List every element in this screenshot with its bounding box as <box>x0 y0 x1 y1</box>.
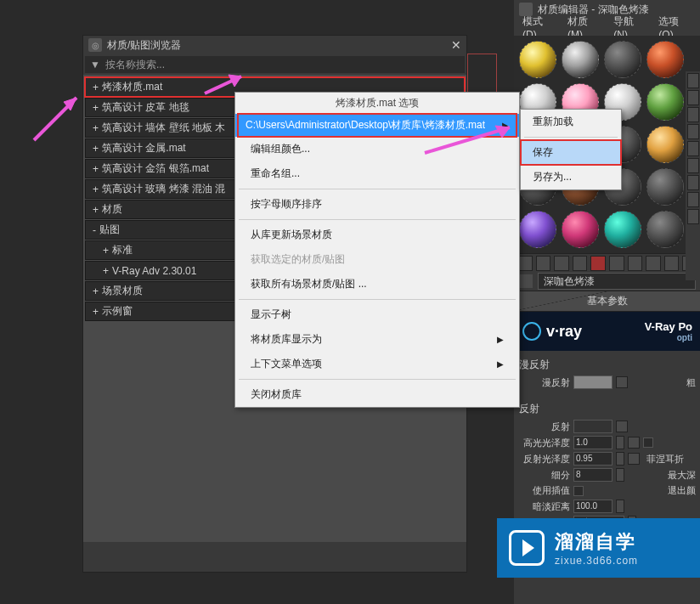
material-name-input[interactable] <box>538 273 696 290</box>
context-menu-item[interactable]: 关闭材质库 <box>235 382 519 407</box>
menu-separator <box>239 189 516 189</box>
tree-item-label: 标准 <box>112 243 133 257</box>
sample-sphere[interactable] <box>562 211 599 248</box>
sidebar-btn[interactable] <box>687 209 699 224</box>
sidebar-btn[interactable] <box>687 192 699 207</box>
reflect-map-btn[interactable] <box>616 421 628 432</box>
sample-sphere[interactable] <box>604 41 641 78</box>
label-fresnel: 菲涅耳折 <box>646 453 684 466</box>
map-btn[interactable] <box>628 453 640 465</box>
close-icon[interactable]: ✕ <box>451 38 461 52</box>
subdiv-spinner[interactable]: 8 <box>573 468 612 482</box>
gloss-refl-spinner[interactable]: 0.95 <box>573 452 612 466</box>
menu-item-label: 关闭材质库 <box>251 387 302 402</box>
sidebar-btn[interactable] <box>687 158 699 173</box>
sample-sphere[interactable] <box>646 126 684 163</box>
spinner-btn[interactable] <box>616 452 624 466</box>
sample-sphere[interactable] <box>646 41 684 78</box>
submenu-item[interactable]: 保存 <box>521 140 621 165</box>
spinner-btn[interactable] <box>616 468 624 482</box>
toolbar-btn[interactable] <box>573 256 588 271</box>
menu-item-label: 从库更新场景材质 <box>251 228 332 242</box>
context-menu-path-item[interactable]: C:\Users\Administrator\Desktop\材质库\烤漆材质.… <box>235 114 519 137</box>
reflect-color-swatch[interactable] <box>573 420 612 433</box>
sample-sphere[interactable] <box>519 41 556 78</box>
menu-item-label: 显示子树 <box>251 308 291 322</box>
search-bar[interactable]: ▼ 按名称搜索... <box>85 56 465 73</box>
lock-checkbox[interactable] <box>643 437 653 448</box>
sidebar-btn[interactable] <box>687 141 699 156</box>
spinner-btn[interactable] <box>616 436 624 449</box>
expand-toggle-icon[interactable]: - <box>93 224 96 236</box>
svg-marker-1 <box>64 98 76 110</box>
expand-toggle-icon[interactable]: + <box>93 306 99 318</box>
play-icon <box>509 530 545 566</box>
toolbar-btn[interactable] <box>554 256 569 271</box>
menu-icon[interactable]: ▼ <box>90 59 102 71</box>
context-menu-item[interactable]: 显示子树 <box>235 302 519 327</box>
watermark-badge: 溜溜自学 zixue.3d66.com <box>497 518 700 578</box>
context-menu-item: 获取选定的材质/贴图 <box>235 247 519 272</box>
svg-line-0 <box>34 98 76 140</box>
label-roughness: 粗 <box>686 376 696 389</box>
submenu-item[interactable]: 另存为... <box>521 165 621 189</box>
gloss-hi-spinner[interactable]: 1.0 <box>573 436 612 449</box>
context-menu-item[interactable]: 获取所有场景材质/贴图 ... <box>235 272 519 296</box>
sample-sphere[interactable] <box>646 83 684 121</box>
sample-sphere[interactable] <box>604 211 641 248</box>
expand-toggle-icon[interactable]: + <box>93 102 99 114</box>
context-menu-item[interactable]: 编辑组颜色... <box>235 137 519 161</box>
material-toolbar <box>514 253 700 272</box>
toolbar-btn[interactable] <box>536 256 551 271</box>
expand-toggle-icon[interactable]: + <box>93 143 99 155</box>
context-menu-item[interactable]: 按字母顺序排序 <box>235 192 519 217</box>
context-menu-item[interactable]: 重命名组... <box>235 161 519 186</box>
map-btn[interactable] <box>628 437 640 449</box>
toolbar-btn[interactable] <box>609 256 624 271</box>
expand-toggle-icon[interactable]: + <box>93 183 99 195</box>
sidebar-btn[interactable] <box>687 124 699 139</box>
context-menu-item[interactable]: 上下文菜单选项▶ <box>235 352 519 376</box>
diffuse-color-swatch[interactable] <box>573 375 612 389</box>
sample-sphere[interactable] <box>519 211 556 248</box>
interp-checkbox[interactable] <box>573 486 584 496</box>
context-menu-item[interactable]: 从库更新场景材质 <box>235 223 519 247</box>
browser-titlebar[interactable]: ◎ 材质/贴图浏览器 ✕ <box>83 36 466 54</box>
expand-toggle-icon[interactable]: + <box>93 204 99 216</box>
spinner-btn[interactable] <box>616 500 624 513</box>
expand-toggle-icon[interactable]: + <box>93 163 99 175</box>
menu-separator <box>239 219 516 220</box>
toolbar-btn-delete[interactable] <box>590 256 606 271</box>
context-menu-header: 烤漆材质.mat 选项 <box>235 93 519 114</box>
expand-toggle-icon[interactable]: + <box>93 285 99 297</box>
context-menu-item[interactable]: 将材质库显示为▶ <box>235 327 519 352</box>
label-subdiv: 细分 <box>519 469 570 482</box>
diffuse-map-btn[interactable] <box>616 376 628 388</box>
sidebar-btn[interactable] <box>687 175 699 190</box>
expand-toggle-icon[interactable]: + <box>93 122 99 134</box>
vray-banner: v·ray V-Ray Po opti <box>514 312 700 351</box>
sample-sphere[interactable] <box>646 168 684 206</box>
reflect-section: 反射 反射 高光光泽度 1.0 反射光泽度 0.95 菲涅耳折 <box>514 395 700 535</box>
rollout-header-label: 基本参数 <box>587 295 628 307</box>
rollout-header-basic[interactable]: 基本参数 <box>514 291 700 312</box>
menu-item-label: 将材质库显示为 <box>251 332 322 347</box>
expand-toggle-icon[interactable]: + <box>103 265 109 277</box>
menu-item-label: 获取所有场景材质/贴图 ... <box>251 277 367 291</box>
submenu-item[interactable]: 重新加载 <box>521 110 621 134</box>
sample-sphere[interactable] <box>562 41 599 78</box>
dimdist-spinner[interactable]: 100.0 <box>573 500 612 513</box>
toolbar-btn[interactable] <box>664 256 680 271</box>
menu-separator <box>239 299 516 300</box>
watermark-url: zixue.3d66.com <box>555 555 638 567</box>
tree-item-label: 材质 <box>102 202 122 217</box>
dropper-icon[interactable] <box>519 274 533 288</box>
toolbar-btn[interactable] <box>646 256 661 271</box>
sidebar-btn[interactable] <box>687 73 699 88</box>
expand-toggle-icon[interactable]: + <box>103 245 109 257</box>
sample-sphere[interactable] <box>646 211 684 248</box>
sidebar-btn[interactable] <box>687 107 699 122</box>
toolbar-btn[interactable] <box>628 256 643 271</box>
expand-toggle-icon[interactable]: + <box>93 82 99 93</box>
sidebar-btn[interactable] <box>687 90 699 105</box>
